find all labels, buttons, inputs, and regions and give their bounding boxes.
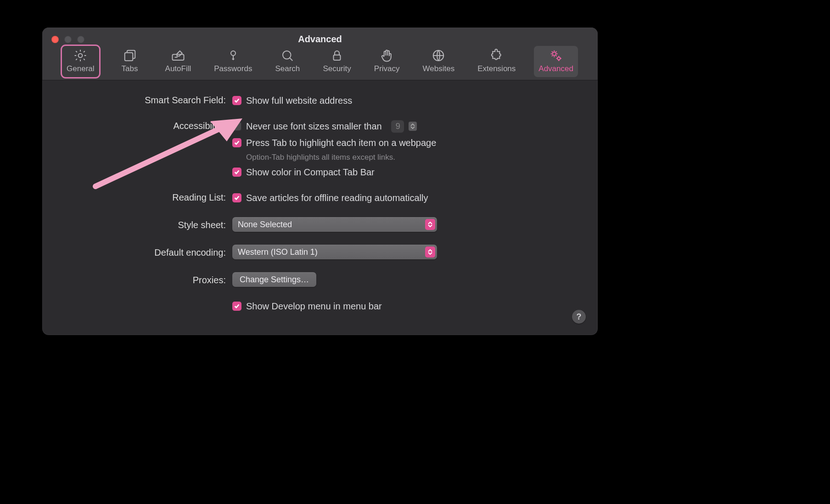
key-icon [226, 49, 240, 62]
min-font-size-field[interactable]: 9 [391, 120, 404, 133]
proxies-label: Proxies: [61, 272, 232, 286]
smart-search-label: Smart Search Field: [61, 94, 232, 106]
show-develop-label: Show Develop menu in menu bar [246, 301, 382, 312]
puzzle-icon [490, 49, 504, 62]
save-offline-checkbox[interactable] [232, 193, 241, 202]
gears-icon [549, 49, 563, 62]
press-tab-label: Press Tab to highlight each item on a we… [246, 138, 436, 148]
never-use-font-label: Never use font sizes smaller than [246, 121, 382, 132]
stylesheet-label: Style sheet: [61, 217, 232, 230]
svg-rect-1 [124, 53, 133, 61]
search-icon [280, 49, 294, 62]
show-develop-checkbox[interactable] [232, 302, 241, 311]
stylesheet-value: None Selected [238, 220, 292, 230]
globe-icon [432, 49, 445, 62]
tab-tabs[interactable]: Tabs [113, 46, 147, 77]
hand-icon [380, 49, 394, 62]
preferences-window: Advanced General Tabs AutoFill [42, 28, 598, 335]
tabs-icon [123, 49, 137, 62]
lock-icon [330, 49, 344, 62]
help-label: ? [577, 312, 582, 322]
tab-security[interactable]: Security [318, 46, 355, 77]
svg-point-7 [553, 52, 556, 56]
tab-label: Security [323, 64, 351, 73]
reading-list-label: Reading List: [61, 191, 232, 203]
svg-rect-2 [172, 55, 184, 61]
svg-point-8 [557, 57, 560, 60]
change-settings-button[interactable]: Change Settings… [232, 272, 316, 287]
pencil-field-icon [171, 49, 185, 62]
save-offline-label: Save articles for offline reading automa… [246, 193, 428, 203]
help-button[interactable]: ? [572, 310, 586, 324]
tab-label: Privacy [374, 64, 400, 73]
tab-advanced[interactable]: Advanced [534, 46, 578, 77]
preferences-toolbar: General Tabs AutoFill Passwords [42, 46, 598, 77]
svg-point-0 [79, 54, 83, 58]
gear-icon [73, 49, 87, 62]
tab-label: Tabs [122, 64, 138, 73]
tab-privacy[interactable]: Privacy [370, 46, 404, 77]
svg-point-3 [231, 51, 236, 56]
show-color-checkbox[interactable] [232, 168, 241, 177]
encoding-value: Western (ISO Latin 1) [238, 247, 318, 257]
tab-label: General [67, 64, 94, 73]
chevron-updown-icon [425, 246, 435, 258]
encoding-label: Default encoding: [61, 245, 232, 258]
min-font-size-stepper[interactable] [409, 122, 417, 131]
press-tab-checkbox[interactable] [232, 138, 241, 147]
tab-general[interactable]: General [62, 46, 99, 77]
tab-passwords[interactable]: Passwords [209, 46, 257, 77]
stylesheet-select[interactable]: None Selected [232, 217, 437, 232]
accessibility-label: Accessibility: [61, 120, 232, 131]
tab-label: Advanced [538, 64, 573, 73]
tab-autofill[interactable]: AutoFill [161, 46, 196, 77]
titlebar: Advanced General Tabs AutoFill [42, 28, 598, 80]
tab-label: Websites [423, 64, 455, 73]
tab-search[interactable]: Search [270, 46, 304, 77]
tab-label: Search [275, 64, 300, 73]
chevron-updown-icon [425, 219, 435, 230]
min-font-size-value: 9 [396, 122, 400, 131]
change-settings-label: Change Settings… [240, 275, 309, 285]
svg-rect-5 [334, 55, 341, 60]
never-use-font-checkbox[interactable] [232, 122, 241, 131]
press-tab-hint: Option-Tab highlights all items except l… [232, 153, 579, 162]
tab-label: Extensions [477, 64, 516, 73]
tab-label: Passwords [214, 64, 252, 73]
advanced-pane: Smart Search Field: Show full website ad… [42, 80, 598, 335]
svg-point-4 [283, 51, 291, 59]
encoding-select[interactable]: Western (ISO Latin 1) [232, 245, 437, 259]
tab-label: AutoFill [165, 64, 191, 73]
show-color-label: Show color in Compact Tab Bar [246, 167, 375, 178]
show-full-address-checkbox[interactable] [232, 96, 241, 105]
tab-extensions[interactable]: Extensions [473, 46, 520, 77]
window-title: Advanced [42, 34, 598, 45]
tab-websites[interactable]: Websites [418, 46, 460, 77]
show-full-address-label: Show full website address [246, 95, 352, 106]
